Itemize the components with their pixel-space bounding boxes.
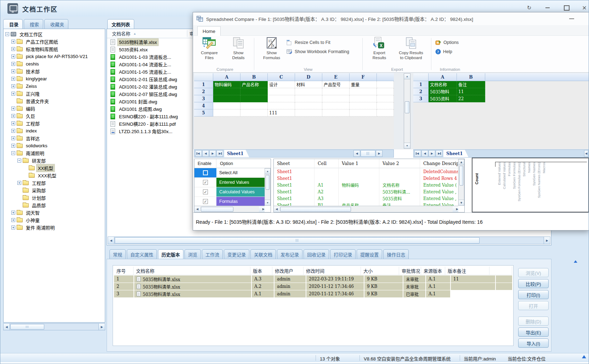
- history-table-header[interactable]: 序号 文档名称 版本 修改用户 修改时间 大小 审批情况 来源版本 版本备注: [114, 267, 512, 275]
- tree-item[interactable]: 技术部: [4, 68, 105, 75]
- compare-files-button[interactable]: Compare Files: [195, 37, 223, 67]
- row-header[interactable]: 5: [194, 109, 213, 116]
- grid-cell[interactable]: [295, 109, 322, 116]
- grid-cell[interactable]: [350, 109, 377, 116]
- tree-expander-icon[interactable]: [11, 69, 15, 73]
- minimize-icon[interactable]: [542, 4, 553, 12]
- first-sheet-icon[interactable]: [195, 150, 202, 157]
- detail-tab[interactable]: 关联文档: [250, 249, 276, 259]
- maximize-icon[interactable]: [561, 4, 572, 12]
- tree-item[interactable]: 品质部: [4, 201, 105, 209]
- column-header[interactable]: A: [429, 73, 457, 81]
- row-header[interactable]: 1: [413, 81, 429, 88]
- tree-expander-icon[interactable]: [11, 218, 15, 222]
- col-user[interactable]: 修改用户: [272, 267, 304, 275]
- column-header[interactable]: B: [457, 73, 485, 81]
- tree-item[interactable]: 研发部: [4, 157, 105, 164]
- grid-cell[interactable]: 5035资料: [429, 95, 457, 102]
- grid-cell[interactable]: [295, 88, 322, 95]
- col-source-version[interactable]: 来源版本: [421, 267, 445, 275]
- result-row[interactable]: Sheet1 A3 5035资料 Entered Value ,: [274, 195, 458, 202]
- col-size[interactable]: 大小: [361, 267, 399, 275]
- result-row[interactable]: Sheet1 A1 物料编码 文档名称 Entered Value (: [274, 182, 458, 188]
- scroll-up-icon[interactable]: [404, 74, 410, 79]
- detail-tab[interactable]: 发布记录: [277, 249, 302, 259]
- tree-expander-icon[interactable]: [11, 77, 15, 81]
- action-button[interactable]: 导入(I): [518, 339, 549, 348]
- tree-item[interactable]: 南浦照明: [4, 149, 105, 157]
- left-panel-tab[interactable]: 搜索: [24, 19, 43, 29]
- doclist-h-scrollbar[interactable]: [108, 237, 550, 244]
- options-h-scrollbar[interactable]: [194, 206, 265, 212]
- scroll-right-icon[interactable]: [453, 206, 458, 212]
- col-value1[interactable]: Value 1: [339, 159, 379, 168]
- last-sheet-icon[interactable]: [216, 150, 223, 157]
- scroll-thumb[interactable]: [201, 207, 233, 212]
- scroll-thumb[interactable]: [361, 150, 375, 157]
- tree-expander-icon[interactable]: [11, 114, 15, 118]
- copy-results-button[interactable]: Copy Results to Clipboard: [394, 37, 428, 67]
- next-sheet-icon[interactable]: [429, 150, 435, 157]
- row-header[interactable]: 3: [413, 95, 429, 102]
- column-header[interactable]: C: [268, 73, 295, 81]
- scroll-left-icon[interactable]: [4, 324, 10, 330]
- scroll-thumb[interactable]: [459, 166, 463, 186]
- grid-cell[interactable]: 物料编码: [213, 81, 240, 88]
- col-value2[interactable]: Value 2: [379, 159, 420, 168]
- grid-cell[interactable]: 文档名称: [429, 81, 457, 88]
- grid-cell[interactable]: [295, 102, 322, 109]
- tree-expander-icon[interactable]: [11, 92, 15, 96]
- col-note[interactable]: 版本备注: [445, 267, 489, 275]
- tree-expander-icon[interactable]: [5, 32, 9, 36]
- resize-grip-icon[interactable]: [582, 355, 586, 358]
- action-button[interactable]: 删除(D): [518, 317, 549, 326]
- refresh-icon[interactable]: [524, 4, 534, 12]
- tree-expander-icon[interactable]: [11, 144, 15, 148]
- option-row[interactable]: Select All: [194, 168, 265, 178]
- detail-tab[interactable]: 历史版本: [158, 249, 183, 259]
- grid-cell[interactable]: 设计: [268, 81, 295, 88]
- detail-tab[interactable]: 提醒设置: [357, 249, 382, 259]
- tree-item[interactable]: XXX机型: [4, 172, 105, 179]
- action-button[interactable]: 浏览(V): [518, 268, 549, 277]
- tree-item[interactable]: 计划部: [4, 194, 105, 201]
- results-h-scrollbar[interactable]: [274, 206, 458, 212]
- col-sheet[interactable]: Sheet: [274, 159, 315, 168]
- tree-h-scrollbar[interactable]: [3, 323, 105, 330]
- history-row[interactable]: 3 5035物料清单.xlsx A.1 admin 2020-11-12 17:…: [114, 290, 512, 297]
- grid-cell[interactable]: [268, 88, 295, 95]
- grid-cell[interactable]: [213, 95, 240, 102]
- column-header[interactable]: A: [213, 73, 240, 81]
- export-results-button[interactable]: X Export Results: [365, 37, 393, 67]
- close-icon[interactable]: [579, 4, 589, 12]
- checkbox[interactable]: [203, 189, 208, 194]
- grid-cell[interactable]: 产品名称: [240, 81, 268, 88]
- grid-cell[interactable]: [350, 88, 377, 95]
- column-header[interactable]: D: [295, 73, 322, 81]
- option-row[interactable]: Calculated Values: [194, 187, 265, 197]
- column-header[interactable]: F: [350, 73, 377, 81]
- scroll-up-icon[interactable]: [265, 169, 270, 174]
- left-panel-tab[interactable]: 目录: [3, 19, 23, 29]
- row-header[interactable]: 1: [194, 81, 213, 88]
- detail-tab[interactable]: 变更记录: [224, 249, 249, 259]
- scroll-down-icon[interactable]: [265, 200, 270, 205]
- scroll-thumb[interactable]: [266, 175, 270, 190]
- scroll-thumb[interactable]: [115, 237, 480, 244]
- col-change-description[interactable]: Change Descrip: [420, 159, 458, 168]
- tree-item[interactable]: index: [4, 127, 105, 135]
- col-docname[interactable]: 文档名称: [134, 267, 250, 275]
- grid-cell[interactable]: 材料: [295, 81, 322, 88]
- checkbox[interactable]: [203, 180, 208, 185]
- scroll-thumb[interactable]: [405, 101, 409, 113]
- tree-item[interactable]: 采购部: [4, 187, 105, 194]
- detail-tab[interactable]: 打印记录: [330, 249, 356, 259]
- checkbox[interactable]: [203, 170, 208, 175]
- help-button[interactable]: ? Help: [435, 48, 452, 56]
- prev-sheet-icon[interactable]: [421, 150, 428, 157]
- grid-cell[interactable]: [240, 95, 268, 102]
- grid-cell[interactable]: [213, 102, 240, 109]
- show-formulas-button[interactable]: 15fx Show Formulas: [257, 37, 286, 67]
- scroll-left-icon[interactable]: [353, 150, 360, 157]
- scroll-right-icon[interactable]: [98, 324, 105, 330]
